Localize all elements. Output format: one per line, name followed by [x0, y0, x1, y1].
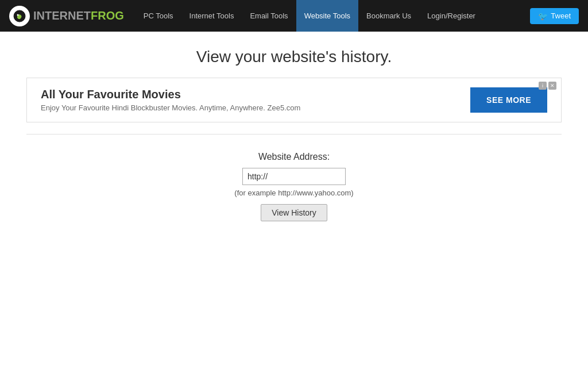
ad-banner: i ✕ All Your Favourite Movies Enjoy Your…	[26, 78, 562, 122]
tweet-button[interactable]: 🐦 Tweet	[530, 8, 579, 24]
see-more-button[interactable]: SEE MORE	[470, 87, 547, 113]
view-history-button[interactable]: View History	[261, 204, 327, 221]
navbar: INTERNETFROG PC Tools Internet Tools Ema…	[0, 0, 588, 32]
nav-internet-tools[interactable]: Internet Tools	[181, 0, 242, 32]
logo: INTERNETFROG	[9, 6, 124, 26]
logo-icon	[9, 6, 30, 26]
nav-bookmark-us[interactable]: Bookmark Us	[358, 0, 419, 32]
ad-info-icon[interactable]: i	[539, 82, 547, 90]
ad-controls: i ✕	[539, 82, 556, 90]
ad-title: All Your Favourite Movies	[41, 88, 300, 101]
logo-text: INTERNETFROG	[33, 9, 124, 22]
page-title-section: View your website's history.	[0, 32, 588, 78]
nav-email-tools[interactable]: Email Tools	[242, 0, 296, 32]
nav-login-register[interactable]: Login/Register	[419, 0, 483, 32]
url-input[interactable]	[242, 168, 346, 185]
ad-text: All Your Favourite Movies Enjoy Your Fav…	[41, 88, 300, 112]
ad-close-icon[interactable]: ✕	[548, 82, 556, 90]
form-hint: (for example http://www.yahoo.com)	[234, 189, 353, 197]
page-title: View your website's history.	[0, 48, 588, 66]
form-section: Website Address: (for example http://www…	[0, 135, 588, 233]
nav-website-tools[interactable]: Website Tools	[296, 0, 358, 32]
nav-pc-tools[interactable]: PC Tools	[136, 0, 181, 32]
website-address-label: Website Address:	[258, 152, 330, 162]
svg-point-1	[17, 14, 19, 16]
nav-links: PC Tools Internet Tools Email Tools Webs…	[136, 0, 531, 32]
twitter-icon: 🐦	[538, 11, 548, 21]
ad-subtitle: Enjoy Your Favourite Hindi Blockbuster M…	[41, 103, 300, 112]
